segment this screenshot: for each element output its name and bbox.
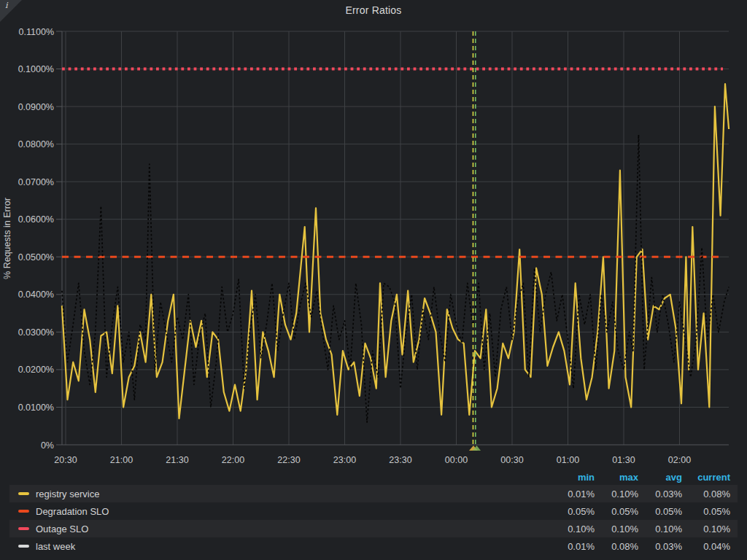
x-tick-label: 20:30 (54, 455, 77, 465)
legend-avg-value: 0.10% (638, 524, 682, 534)
legend-header-current[interactable]: current (682, 472, 730, 483)
x-tick-labels: 20:3021:0021:3022:0022:3023:0023:3000:00… (54, 455, 691, 465)
legend-avg-value: 0.03% (638, 489, 682, 499)
legend-max-value: 0.10% (595, 489, 638, 499)
legend-current-value: 0.05% (682, 506, 730, 517)
legend-current-value: 0.08% (682, 489, 730, 499)
y-tick-label: 0.0200% (18, 365, 54, 375)
legend-row: last week0.01%0.08%0.03%0.04% (9, 537, 738, 555)
y-tick-label: 0.0100% (18, 402, 54, 413)
error-ratios-chart: 0%0.0100%0.0200%0.0300%0.0400%0.0500%0.0… (0, 0, 747, 470)
legend-min-value: 0.10% (551, 524, 595, 534)
plot-area[interactable] (62, 31, 729, 445)
legend-row: Outage SLO0.10%0.10%0.10%0.10% (9, 520, 738, 537)
legend-avg-value: 0.03% (638, 541, 682, 552)
x-tick-label: 21:30 (166, 455, 188, 465)
legend-current-value: 0.04% (682, 541, 730, 552)
legend-max-value: 0.10% (595, 524, 638, 534)
y-tick-labels: 0%0.0100%0.0200%0.0300%0.0400%0.0500%0.0… (18, 27, 54, 451)
y-tick-label: 0.0900% (18, 102, 54, 112)
legend-row: Degradation SLO0.05%0.05%0.05%0.05% (9, 502, 738, 520)
legend-series-label[interactable]: registry service (36, 489, 551, 499)
x-tick-label: 22:00 (222, 455, 244, 465)
legend-header-max[interactable]: max (595, 472, 638, 483)
legend-min-value: 0.05% (551, 506, 595, 517)
y-tick-label: 0.0400% (18, 289, 54, 300)
legend-header-avg[interactable]: avg (638, 472, 682, 483)
legend-max-value: 0.05% (595, 506, 638, 517)
legend-table: minmaxavgcurrentregistry service0.01%0.1… (9, 470, 738, 555)
series-color-swatch-icon[interactable] (18, 545, 29, 548)
y-tick-label: 0.0600% (18, 214, 54, 225)
x-tick-label: 00:00 (445, 455, 468, 465)
x-tick-label: 01:30 (612, 455, 635, 465)
legend-max-value: 0.08% (595, 541, 638, 552)
series-color-swatch-icon[interactable] (18, 510, 29, 513)
legend-series-label[interactable]: last week (36, 541, 551, 552)
x-tick-label: 23:30 (389, 455, 411, 465)
legend-header-min[interactable]: min (551, 472, 595, 483)
series-color-swatch-icon[interactable] (18, 527, 29, 530)
legend-min-value: 0.01% (551, 541, 595, 552)
y-tick-label: 0.0700% (18, 177, 54, 187)
x-tick-label: 00:30 (500, 455, 523, 465)
legend-min-value: 0.01% (551, 489, 595, 499)
legend-series-label[interactable]: Outage SLO (36, 524, 551, 534)
legend-current-value: 0.10% (682, 524, 730, 534)
y-tick-label: 0.0300% (18, 327, 54, 338)
x-tick-label: 01:00 (557, 455, 579, 465)
legend-avg-value: 0.05% (638, 506, 682, 517)
legend-row: registry service0.01%0.10%0.03%0.08% (9, 485, 738, 502)
series-color-swatch-icon[interactable] (18, 492, 29, 495)
x-tick-label: 22:30 (277, 455, 300, 465)
legend-header-row: minmaxavgcurrent (9, 470, 738, 485)
y-tick-label: 0.0500% (18, 252, 54, 262)
y-tick-label: 0.0800% (18, 139, 54, 149)
x-tick-label: 23:00 (333, 455, 356, 465)
y-axis-title: % Requests in Error (2, 198, 12, 279)
x-tick-label: 21:00 (110, 455, 133, 465)
legend-series-label[interactable]: Degradation SLO (36, 506, 551, 517)
x-tick-label: 02:00 (668, 455, 691, 465)
y-tick-label: 0.1100% (19, 27, 54, 37)
y-tick-label: 0.1000% (18, 64, 54, 74)
y-tick-label: 0% (41, 440, 54, 451)
